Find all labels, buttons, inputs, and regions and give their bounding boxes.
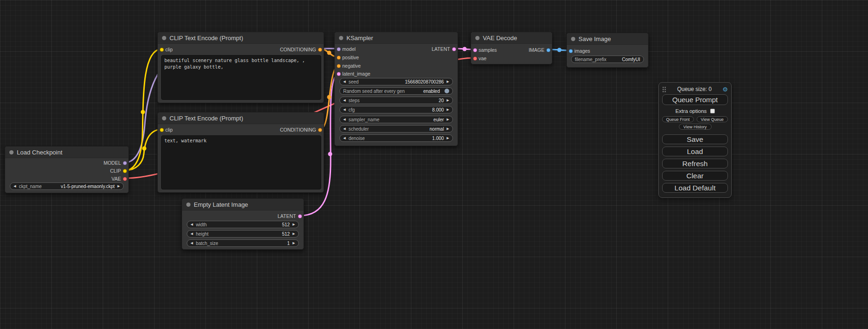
link-midpoint-dot	[463, 47, 467, 51]
widget-value: normal	[430, 126, 444, 132]
widget-random-seed[interactable]: Random seed after every gen enabled	[339, 87, 453, 95]
collapse-dot[interactable]	[186, 203, 191, 207]
output-port-conditioning[interactable]	[318, 128, 322, 132]
collapse-dot[interactable]	[162, 116, 166, 120]
widget-name: Random seed after every gen	[343, 89, 405, 94]
load-default-button[interactable]: Load Default	[662, 183, 728, 193]
output-port-clip[interactable]	[123, 169, 127, 173]
increment-icon[interactable]: ▶	[118, 183, 120, 189]
node-title-bar[interactable]: Empty Latent Image	[182, 199, 303, 210]
toggle-icon[interactable]	[445, 89, 449, 93]
collapse-dot[interactable]	[162, 36, 166, 40]
node-title-bar[interactable]: CLIP Text Encode (Prompt)	[158, 112, 324, 124]
graph-canvas[interactable]: { "colors": { "model": "#B39DDB", "clip"…	[0, 0, 868, 329]
decrement-icon[interactable]: ◀	[343, 126, 346, 132]
node-title-bar[interactable]: Load Checkpoint	[5, 147, 128, 158]
widget-denoise[interactable]: ◀ denoise 1.000 ▶	[339, 134, 453, 142]
queue-front-button[interactable]: Queue Front	[662, 116, 694, 122]
decrement-icon[interactable]: ◀	[191, 221, 193, 228]
node-ksampler[interactable]: KSampler model positive negative latent_…	[334, 32, 458, 146]
drag-handle-icon[interactable]	[662, 86, 666, 92]
widget-width[interactable]: ◀ width 512 ▶	[187, 221, 299, 228]
view-queue-button[interactable]: View Queue	[697, 116, 728, 122]
input-port-vae[interactable]	[473, 56, 477, 61]
output-port-model[interactable]	[123, 161, 127, 165]
input-port-latent-image[interactable]	[337, 72, 341, 76]
increment-icon[interactable]: ▶	[447, 97, 449, 104]
widget-cfg[interactable]: ◀ cfg 8.000 ▶	[339, 106, 453, 113]
view-history-button[interactable]: View History	[679, 124, 712, 130]
node-save-image[interactable]: Save Image images filename_prefix ComfyU…	[566, 33, 649, 68]
increment-icon[interactable]: ▶	[293, 231, 295, 237]
node-empty-latent-image[interactable]: Empty Latent Image LATENT ◀ width 512 ▶ …	[182, 198, 304, 250]
widget-value: 512	[282, 231, 290, 237]
output-port-vae[interactable]	[123, 177, 127, 181]
widget-steps[interactable]: ◀ steps 20 ▶	[339, 97, 453, 104]
collapse-dot[interactable]	[9, 150, 14, 154]
prompt-textarea[interactable]: beautiful scenery nature glass bottle la…	[161, 55, 321, 100]
widget-height[interactable]: ◀ height 512 ▶	[187, 230, 299, 238]
widget-name: cfg	[348, 107, 354, 112]
input-port-model[interactable]	[337, 47, 341, 51]
node-vae-decode[interactable]: VAE Decode samples vae IMAGE	[471, 32, 552, 64]
load-button[interactable]: Load	[662, 147, 728, 156]
link-clip-to-negative-prompt	[125, 129, 161, 170]
clear-button[interactable]: Clear	[662, 171, 728, 181]
queue-menu-panel[interactable]: Queue size: 0 ⚙ Queue Prompt Extra optio…	[658, 82, 732, 198]
increment-icon[interactable]: ▶	[447, 116, 449, 123]
output-port-latent[interactable]	[452, 47, 456, 51]
output-port-image[interactable]	[546, 48, 550, 52]
collapse-dot[interactable]	[339, 36, 343, 40]
node-clip-text-encode-positive[interactable]: CLIP Text Encode (Prompt) clip CONDITION…	[157, 32, 324, 103]
input-port-samples[interactable]	[473, 48, 477, 52]
input-port-clip[interactable]	[160, 128, 164, 132]
decrement-icon[interactable]: ◀	[343, 116, 346, 123]
refresh-button[interactable]: Refresh	[662, 159, 728, 168]
node-title-bar[interactable]: VAE Decode	[471, 32, 552, 44]
node-load-checkpoint[interactable]: Load Checkpoint MODEL CLIP VAE ◀ ckpt_na…	[5, 146, 129, 193]
widget-seed[interactable]: ◀ seed 156680208700286 ▶	[339, 78, 453, 85]
widget-ckpt-name[interactable]: ◀ ckpt_name v1-5-pruned-emaonly.ckpt ▶	[10, 182, 124, 190]
node-title-bar[interactable]: KSampler	[335, 32, 458, 44]
increment-icon[interactable]: ▶	[447, 106, 449, 113]
increment-icon[interactable]: ▶	[447, 135, 449, 141]
widget-filename-prefix[interactable]: filename_prefix ComfyUI	[571, 56, 644, 63]
input-port-images[interactable]	[569, 49, 573, 53]
collapse-dot[interactable]	[571, 37, 575, 41]
widget-name: width	[196, 222, 206, 227]
decrement-icon[interactable]: ◀	[191, 231, 193, 237]
queue-prompt-button[interactable]: Queue Prompt	[662, 94, 728, 105]
widget-scheduler[interactable]: ◀ scheduler normal ▶	[339, 125, 453, 133]
increment-icon[interactable]: ▶	[447, 126, 449, 132]
decrement-icon[interactable]: ◀	[343, 106, 346, 113]
decrement-icon[interactable]: ◀	[191, 240, 193, 246]
save-button[interactable]: Save	[662, 134, 728, 144]
input-port-clip[interactable]	[160, 48, 164, 52]
decrement-icon[interactable]: ◀	[343, 97, 346, 104]
input-port-negative[interactable]	[337, 64, 341, 68]
increment-icon[interactable]: ▶	[293, 240, 295, 246]
increment-icon[interactable]: ▶	[447, 78, 449, 85]
input-port-positive[interactable]	[337, 56, 341, 60]
node-title-bar[interactable]: Save Image	[567, 33, 648, 45]
increment-icon[interactable]: ▶	[293, 221, 295, 228]
node-title-bar[interactable]: CLIP Text Encode (Prompt)	[158, 32, 324, 44]
output-port-latent[interactable]	[298, 214, 302, 218]
decrement-icon[interactable]: ◀	[343, 135, 346, 141]
collapse-dot[interactable]	[475, 36, 480, 40]
output-slot-label-clip: CLIP	[110, 167, 121, 175]
prompt-textarea[interactable]: text, watermark	[161, 135, 321, 189]
output-slot-label-image: IMAGE	[529, 46, 544, 54]
link-midpoint-dot	[141, 110, 145, 114]
widget-sampler-name[interactable]: ◀ sampler_name euler ▶	[339, 116, 453, 123]
decrement-icon[interactable]: ◀	[343, 78, 346, 85]
decrement-icon[interactable]: ◀	[14, 183, 16, 189]
input-slot-label-clip: clip	[165, 45, 173, 54]
widget-name: height	[196, 231, 208, 237]
extra-options-checkbox[interactable]	[710, 109, 715, 113]
widget-name: sampler_name	[348, 117, 379, 122]
widget-batch-size[interactable]: ◀ batch_size 1 ▶	[187, 239, 299, 247]
node-clip-text-encode-negative[interactable]: CLIP Text Encode (Prompt) clip CONDITION…	[157, 112, 324, 193]
output-port-conditioning[interactable]	[318, 48, 322, 52]
settings-gear-icon[interactable]: ⚙	[722, 86, 728, 92]
